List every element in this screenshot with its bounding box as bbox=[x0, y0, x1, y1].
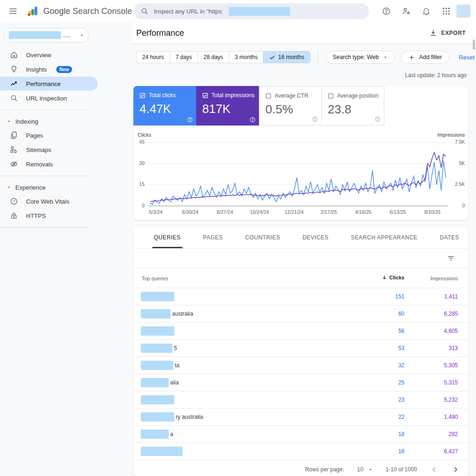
tab-dates[interactable]: DATES bbox=[429, 227, 470, 248]
search-type-filter[interactable]: Search type: Web bbox=[326, 51, 395, 64]
tab-countries[interactable]: COUNTRIES bbox=[234, 227, 291, 248]
x-tick: 4/16/25 bbox=[348, 209, 378, 215]
export-label: EXPORT bbox=[441, 30, 466, 36]
metric-tiles: Total clicks4.47KTotal impressions817KAv… bbox=[133, 86, 468, 126]
table-header-row: Top queries Clicks Impressions bbox=[133, 268, 468, 288]
right-tick: 5K bbox=[446, 160, 465, 166]
chip-7-days[interactable]: 7 days bbox=[170, 51, 198, 63]
help-icon[interactable] bbox=[187, 117, 193, 123]
metric-average-position[interactable]: Average position23.8 bbox=[322, 86, 384, 126]
table-row[interactable]: 553313 bbox=[133, 340, 468, 357]
sidebar-item-removals[interactable]: Removals bbox=[0, 157, 98, 171]
x-tick: 10/24/24 bbox=[245, 209, 274, 215]
search-icon bbox=[140, 7, 149, 15]
tab-devices[interactable]: DEVICES bbox=[291, 227, 340, 248]
sidebar-group-indexing[interactable]: Indexing bbox=[0, 115, 98, 128]
notifications-icon[interactable] bbox=[422, 7, 431, 16]
filter-list-icon[interactable] bbox=[447, 254, 455, 263]
brand-product: Search Console bbox=[73, 7, 132, 16]
sidebar-group-experience[interactable]: Experience bbox=[0, 181, 98, 194]
impressions-value: 5,305 bbox=[444, 362, 458, 369]
tab-pages[interactable]: PAGES bbox=[192, 227, 234, 248]
queries-table-card: QUERIESPAGESCOUNTRIESDEVICESSEARCH APPEA… bbox=[133, 227, 468, 476]
next-page-button[interactable] bbox=[451, 465, 460, 474]
help-icon[interactable] bbox=[375, 116, 381, 122]
rows-per-page-value: 10 bbox=[357, 466, 363, 473]
url-inspect-search[interactable]: Inspect any URL in "https: bbox=[134, 3, 369, 19]
checkbox-unchecked-icon[interactable] bbox=[328, 93, 334, 99]
filter-bar: 24 hours7 days28 days3 months16 months S… bbox=[136, 51, 476, 64]
left-tick: 45 bbox=[133, 139, 145, 145]
table-row[interactable]: 1511,411 bbox=[133, 288, 468, 305]
add-filter-button[interactable]: Add filter bbox=[401, 51, 449, 64]
checkbox-checked-icon[interactable] bbox=[139, 93, 145, 99]
search-icon bbox=[10, 94, 18, 102]
apps-grid-icon[interactable] bbox=[442, 7, 451, 16]
property-ellipsis: .... bbox=[63, 33, 71, 38]
performance-chart-card: Total clicks4.47KTotal impressions817KAv… bbox=[133, 86, 468, 220]
sidebar-item-sitemaps[interactable]: Sitemaps bbox=[0, 143, 98, 157]
right-tick: 2.5K bbox=[446, 181, 465, 187]
metric-average-ctr[interactable]: Average CTR0.5% bbox=[259, 86, 322, 126]
sidebar-item-performance[interactable]: Performance bbox=[0, 77, 98, 91]
column-impressions[interactable]: Impressions bbox=[430, 276, 458, 281]
metric-total-impressions[interactable]: Total impressions817K bbox=[196, 86, 259, 126]
x-tick: 8/27/24 bbox=[210, 209, 240, 215]
sidebar-item-pages[interactable]: Pages bbox=[0, 128, 98, 142]
menu-icon[interactable] bbox=[8, 7, 18, 16]
table-row[interactable]: 235,232 bbox=[133, 391, 468, 409]
filter-separator bbox=[318, 51, 318, 63]
column-clicks-label: Clicks bbox=[390, 275, 404, 280]
sidebar-nav: OverviewInsightsNewPerformanceURL inspec… bbox=[0, 47, 98, 232]
column-top-queries[interactable]: Top queries bbox=[142, 276, 168, 281]
chip-28-days[interactable]: 28 days bbox=[198, 51, 229, 63]
manage-users-icon[interactable] bbox=[402, 7, 411, 16]
home-icon bbox=[10, 51, 18, 59]
help-icon[interactable] bbox=[312, 116, 318, 122]
add-filter-label: Add filter bbox=[419, 54, 442, 60]
checkbox-checked-icon[interactable] bbox=[202, 93, 208, 99]
page-title: Performance bbox=[136, 28, 184, 38]
caret-down-icon bbox=[79, 33, 84, 38]
table-row[interactable]: ry australia221,480 bbox=[133, 409, 468, 426]
help-icon[interactable] bbox=[250, 117, 256, 123]
chip-24-hours[interactable]: 24 hours bbox=[136, 51, 170, 63]
impressions-value: 313 bbox=[449, 345, 458, 351]
table-row[interactable]: 564,605 bbox=[133, 323, 468, 340]
performance-line-chart[interactable] bbox=[147, 139, 449, 209]
property-selector[interactable]: .... bbox=[4, 28, 89, 42]
table-row[interactable]: ta325,305 bbox=[133, 357, 468, 374]
export-button[interactable]: EXPORT bbox=[430, 29, 466, 37]
tab-queries[interactable]: QUERIES bbox=[143, 227, 192, 248]
scrollbar-thumb[interactable] bbox=[473, 40, 475, 50]
clicks-value: 16 bbox=[398, 448, 404, 455]
redacted-query bbox=[141, 447, 183, 456]
checkbox-unchecked-icon[interactable] bbox=[265, 93, 271, 99]
sidebar-item-https[interactable]: HTTPS bbox=[0, 209, 98, 223]
chip-16-months[interactable]: 16 months bbox=[263, 51, 310, 63]
column-clicks-sorted[interactable]: Clicks bbox=[382, 275, 404, 280]
rows-per-page-select[interactable]: 10 bbox=[357, 466, 372, 473]
sidebar-item-insights[interactable]: InsightsNew bbox=[0, 62, 98, 76]
account-avatar[interactable] bbox=[456, 5, 470, 18]
redacted-url bbox=[229, 7, 290, 16]
help-icon[interactable] bbox=[382, 7, 391, 16]
metric-total-clicks[interactable]: Total clicks4.47K bbox=[133, 86, 196, 126]
sidebar-item-overview[interactable]: Overview bbox=[0, 48, 98, 62]
redacted-query bbox=[141, 326, 174, 336]
sitemap-icon bbox=[10, 145, 18, 154]
sidebar-item-core-web-vitals[interactable]: Core Web Vitals bbox=[0, 194, 98, 208]
lightbulb-icon bbox=[10, 65, 18, 73]
chip-3-months[interactable]: 3 months bbox=[229, 51, 264, 63]
sidebar-item-url-inspection[interactable]: URL inspection bbox=[0, 91, 98, 105]
metric-value: 23.8 bbox=[328, 102, 384, 117]
table-row[interactable]: a18282 bbox=[133, 426, 468, 443]
tab-search-appearance[interactable]: SEARCH APPEARANCE bbox=[340, 227, 429, 248]
table-row[interactable]: australia606,285 bbox=[133, 305, 468, 323]
table-row[interactable]: 166,427 bbox=[133, 443, 468, 460]
sidebar-divider bbox=[0, 110, 90, 110]
reset-filters-link[interactable]: Reset filters bbox=[459, 54, 476, 61]
previous-page-button[interactable] bbox=[430, 465, 438, 474]
x-tick: 5/3/24 bbox=[141, 209, 171, 215]
table-row[interactable]: alia255,315 bbox=[133, 374, 468, 391]
